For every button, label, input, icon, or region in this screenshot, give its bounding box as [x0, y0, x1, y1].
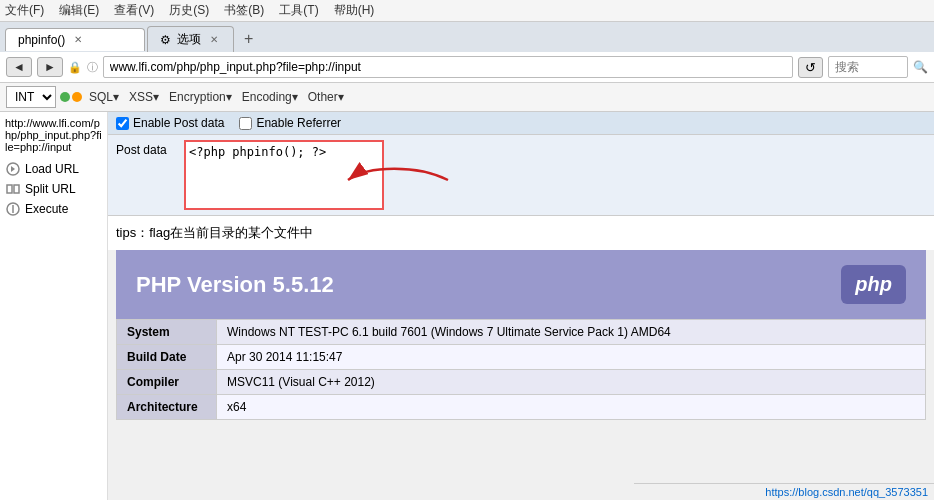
forward-button[interactable]: ►: [37, 57, 63, 77]
menu-tools[interactable]: 工具(T): [279, 2, 318, 19]
status-url: https://blog.csdn.net/qq_3573351: [765, 486, 928, 498]
left-panel: http://www.lfi.com/php/php_input.php?fil…: [0, 112, 108, 500]
table-cell-key: Architecture: [117, 395, 217, 420]
table-row: Build Date Apr 30 2014 11:15:47: [117, 345, 926, 370]
menu-help[interactable]: 帮助(H): [334, 2, 375, 19]
menu-view[interactable]: 查看(V): [114, 2, 154, 19]
toolbar: INT SQL▾ XSS▾ Encryption▾ Encoding▾ Othe…: [0, 83, 934, 112]
php-logo: php: [841, 265, 906, 304]
search-icon: 🔍: [913, 60, 928, 74]
encoding-button[interactable]: Encoding▾: [239, 89, 301, 105]
split-url-label: Split URL: [25, 182, 76, 196]
encoding-select[interactable]: INT: [6, 86, 56, 108]
split-url-button[interactable]: Split URL: [5, 179, 102, 199]
encryption-button[interactable]: Encryption▾: [166, 89, 235, 105]
red-arrow: [338, 155, 458, 205]
search-input[interactable]: [828, 56, 908, 78]
execute-label: Execute: [25, 202, 68, 216]
tab-settings[interactable]: ⚙ 选项 ✕: [147, 26, 234, 52]
tab-settings-close[interactable]: ✕: [207, 33, 221, 46]
tab-phpinfo-label: phpinfo(): [18, 33, 65, 47]
xss-button[interactable]: XSS▾: [126, 89, 162, 105]
refresh-button[interactable]: ↺: [798, 57, 823, 78]
table-row: Architecture x64: [117, 395, 926, 420]
load-url-button[interactable]: Load URL: [5, 159, 102, 179]
execute-button[interactable]: Execute: [5, 199, 102, 219]
right-panel: Enable Post data Enable Referrer Post da…: [108, 112, 934, 500]
table-cell-value: x64: [217, 395, 926, 420]
lock-icon: 🔒: [68, 61, 82, 74]
url-display: http://www.lfi.com/php/php_input.php?fil…: [5, 117, 102, 153]
menu-file[interactable]: 文件(F): [5, 2, 44, 19]
tab-settings-label: 选项: [177, 31, 201, 48]
table-cell-key: System: [117, 320, 217, 345]
other-button[interactable]: Other▾: [305, 89, 347, 105]
enable-post-label[interactable]: Enable Post data: [116, 116, 224, 130]
main-content: http://www.lfi.com/php/php_input.php?fil…: [0, 112, 934, 500]
tab-phpinfo-close[interactable]: ✕: [71, 33, 85, 46]
tips-section: tips：flag在当前目录的某个文件中: [108, 216, 934, 250]
enable-post-checkbox[interactable]: [116, 117, 129, 130]
green-dot: [60, 92, 70, 102]
tips-text: tips：flag在当前目录的某个文件中: [116, 225, 313, 240]
post-label: Post data: [116, 140, 176, 210]
svg-rect-1: [7, 185, 12, 193]
load-url-label: Load URL: [25, 162, 79, 176]
new-tab-button[interactable]: +: [236, 26, 261, 52]
back-button[interactable]: ◄: [6, 57, 32, 77]
menu-bookmarks[interactable]: 书签(B): [224, 2, 264, 19]
address-bar: ◄ ► 🔒 ⓘ ↺ 🔍: [0, 52, 934, 83]
enable-referrer-checkbox[interactable]: [239, 117, 252, 130]
enable-referrer-label[interactable]: Enable Referrer: [239, 116, 341, 130]
table-cell-value: Apr 30 2014 11:15:47: [217, 345, 926, 370]
split-url-icon: [5, 181, 21, 197]
enable-bar: Enable Post data Enable Referrer: [108, 112, 934, 135]
tab-phpinfo[interactable]: phpinfo() ✕: [5, 28, 145, 51]
gear-icon: ⚙: [160, 33, 171, 47]
table-row: Compiler MSVC11 (Visual C++ 2012): [117, 370, 926, 395]
protocol-indicator: ⓘ: [87, 60, 98, 75]
table-cell-key: Compiler: [117, 370, 217, 395]
orange-dot: [72, 92, 82, 102]
menu-history[interactable]: 历史(S): [169, 2, 209, 19]
php-version-label: PHP Version 5.5.12: [136, 272, 334, 298]
table-cell-value: MSVC11 (Visual C++ 2012): [217, 370, 926, 395]
post-data-area: Post data <?php phpinfo(); ?>: [108, 135, 934, 215]
status-bar: https://blog.csdn.net/qq_3573351: [634, 483, 934, 500]
url-input[interactable]: [103, 56, 793, 78]
menu-bar: 文件(F) 编辑(E) 查看(V) 历史(S) 书签(B) 工具(T) 帮助(H…: [0, 0, 934, 22]
load-url-icon: [5, 161, 21, 177]
execute-icon: [5, 201, 21, 217]
table-row: System Windows NT TEST-PC 6.1 build 7601…: [117, 320, 926, 345]
svg-rect-2: [14, 185, 19, 193]
tamper-section: Post data <?php phpinfo(); ?>: [108, 135, 934, 216]
php-table: System Windows NT TEST-PC 6.1 build 7601…: [116, 319, 926, 420]
php-info-section: PHP Version 5.5.12 php System Windows NT…: [116, 250, 926, 420]
menu-edit[interactable]: 编辑(E): [59, 2, 99, 19]
table-cell-key: Build Date: [117, 345, 217, 370]
table-cell-value: Windows NT TEST-PC 6.1 build 7601 (Windo…: [217, 320, 926, 345]
php-header: PHP Version 5.5.12 php: [116, 250, 926, 319]
traffic-lights: [60, 92, 82, 102]
tab-bar: phpinfo() ✕ ⚙ 选项 ✕ +: [0, 22, 934, 52]
sql-button[interactable]: SQL▾: [86, 89, 122, 105]
